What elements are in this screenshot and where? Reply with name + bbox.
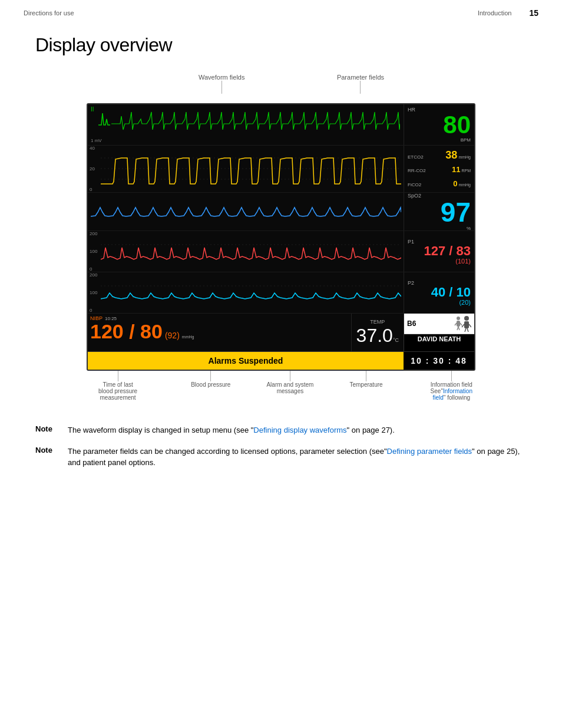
patient-icon <box>454 315 471 332</box>
p2-value: 40 / 10 <box>408 286 471 299</box>
co2-row: 40 20 0 <box>88 146 474 193</box>
time-last-bp-label: Time of last blood pressure measurement <box>98 381 137 401</box>
notes-section: Note The waveform display is changed in … <box>35 424 527 469</box>
spo2-value: 97 <box>408 199 471 226</box>
nibp-row: NIBP 10:25 120 / 80 (92) mmHg TEMP 37.0 <box>88 314 474 352</box>
temperature-label: Temperature <box>349 381 382 388</box>
info-box: B6 <box>404 314 474 351</box>
ecg-scale-label: 1 mV <box>91 138 102 143</box>
parameter-fields-label: Parameter fields <box>337 74 384 81</box>
note-2-link[interactable]: Defining parameter fields <box>387 447 472 456</box>
note-2-text: The parameter fields can be changed acco… <box>68 446 527 469</box>
alarm-message: Alarms Suspended <box>105 352 386 370</box>
page-title: Display overview <box>35 34 527 56</box>
etco2-label: ETCO2 <box>408 154 424 160</box>
p2-row: 200 100 0 P2 40 / 10 <box>88 272 474 314</box>
blood-pressure-label: Blood pressure <box>191 381 230 388</box>
info-bed: B6 <box>407 319 416 328</box>
temp-value: 37.0 <box>356 325 393 347</box>
alarm-row: Alarms Suspended 10 : 30 : 48 <box>88 352 474 370</box>
svg-point-13 <box>464 316 469 321</box>
p1-row: 200 100 0 P1 127 / 83 <box>88 231 474 272</box>
svg-line-15 <box>462 324 464 327</box>
svg-rect-14 <box>464 321 469 328</box>
header-left: Directions for use <box>24 9 74 17</box>
co2-scale-labels: 40 20 0 <box>90 146 95 192</box>
page-header: Directions for use Introduction 15 <box>0 0 562 22</box>
note-2: Note The parameter fields can be changed… <box>35 446 527 469</box>
info-field-label: Information fieldSee"Informationfield" f… <box>431 381 472 401</box>
ecg-row: II 1 mV HR 80 BPM <box>88 104 474 146</box>
fico2-value: 0 <box>453 179 457 188</box>
note-1-label: Note <box>35 424 59 433</box>
spo2-param-box: SpO2 97 % <box>404 193 474 230</box>
alarm-time: 10 : 30 : 48 <box>404 352 474 370</box>
alarm-system-label: Alarm and system messages <box>266 381 313 394</box>
hr-unit: BPM <box>408 137 471 143</box>
note-1-link[interactable]: Defining display waveforms <box>253 426 346 434</box>
p2-map: (20) <box>408 299 471 306</box>
svg-line-12 <box>458 327 459 330</box>
svg-line-9 <box>455 323 457 325</box>
svg-line-18 <box>467 328 468 332</box>
spo2-row: SpO2 97 % <box>88 193 474 231</box>
p1-param-box: P1 127 / 83 (101) <box>404 231 474 272</box>
waveform-fields-label: Waveform fields <box>199 74 244 81</box>
note-2-label: Note <box>35 446 59 454</box>
fico2-label: FiCO2 <box>408 182 421 187</box>
ecg-lead-label: II <box>91 106 94 113</box>
temp-unit: °C <box>393 337 399 343</box>
page-number: 15 <box>529 8 538 18</box>
svg-line-10 <box>460 323 462 325</box>
svg-line-16 <box>469 324 471 327</box>
hr-value: 80 <box>408 113 471 137</box>
diagram-area: Waveform fields Parameter fields II <box>35 74 527 401</box>
svg-line-17 <box>465 328 466 332</box>
header-center: Introduction <box>478 9 511 17</box>
rrco2-label: RR-CO2 <box>408 168 426 173</box>
info-patient-name: DAVID NEATH <box>404 334 474 351</box>
temp-section: TEMP 37.0 °C <box>351 314 404 351</box>
svg-rect-8 <box>457 321 460 327</box>
nibp-value: 120 / 80 <box>90 321 163 341</box>
rrco2-value: 11 <box>452 165 460 174</box>
p2-param-box: P2 40 / 10 (20) <box>404 272 474 313</box>
p1-map: (101) <box>408 258 471 265</box>
svg-point-7 <box>457 317 460 320</box>
note-1-text: The waveform display is changed in setup… <box>68 424 395 436</box>
hr-param-box: HR 80 BPM <box>404 104 474 145</box>
temp-label: TEMP <box>370 319 385 325</box>
co2-param-box: ETCO2 38 mmHg RR-CO2 11 RPM <box>404 146 474 192</box>
note-1: Note The waveform display is changed in … <box>35 424 527 436</box>
nibp-map: (92) <box>165 331 180 340</box>
p1-value: 127 / 83 <box>408 245 471 258</box>
spo2-unit: % <box>408 226 471 231</box>
monitor-display: II 1 mV HR 80 BPM <box>87 103 475 371</box>
etco2-value: 38 <box>445 150 457 160</box>
